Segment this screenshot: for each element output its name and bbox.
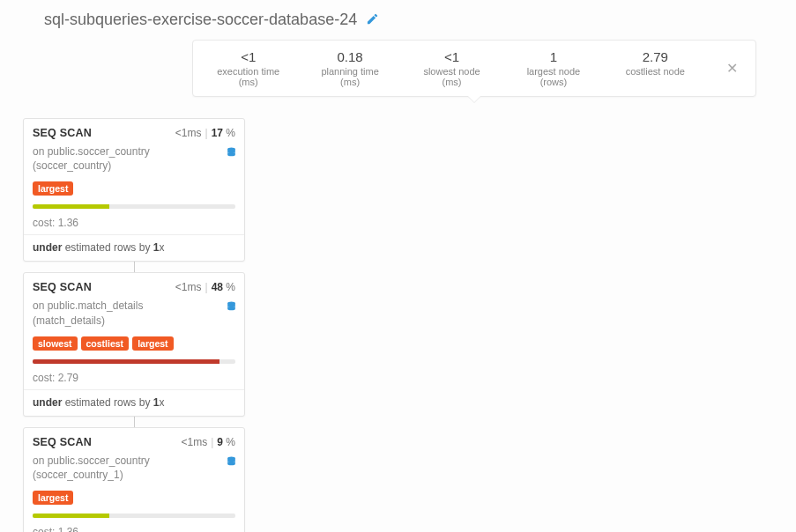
node-relation: on public.match_details (match_details) <box>33 299 218 327</box>
stats-bar: <1 execution time (ms) 0.18 planning tim… <box>192 40 756 97</box>
database-icon <box>226 300 237 315</box>
node-time: <1ms|17 % <box>175 127 235 139</box>
node-connector <box>134 417 135 427</box>
estimate-row: under estimated rows by 1x <box>24 390 244 416</box>
cost-row: cost: 1.36 <box>24 214 244 235</box>
plan-node-card[interactable]: SEQ SCAN<1ms|9 %on public.soccer_country… <box>23 427 245 532</box>
node-relation: on public.soccer_country (soccer_country… <box>33 454 218 482</box>
stat-exec-time[interactable]: <1 execution time (ms) <box>211 49 286 87</box>
node-body: on public.soccer_country (soccer_country… <box>24 452 244 489</box>
node-tags: slowestcostliestlargest <box>24 335 244 358</box>
stat-costliest-node[interactable]: 2.79 costliest node <box>618 49 693 77</box>
database-icon <box>226 146 237 161</box>
cost-row: cost: 2.79 <box>24 369 244 390</box>
tag-largest: largest <box>33 181 73 196</box>
cost-bar <box>33 359 235 364</box>
node-connector <box>134 262 135 272</box>
node-title: SEQ SCAN <box>33 436 92 448</box>
node-head: SEQ SCAN<1ms|17 % <box>24 119 244 143</box>
plan-node-card[interactable]: SEQ SCAN<1ms|17 %on public.soccer_countr… <box>23 118 245 262</box>
node-list: SEQ SCAN<1ms|17 %on public.soccer_countr… <box>0 102 796 532</box>
node-head: SEQ SCAN<1ms|9 % <box>24 428 244 452</box>
cost-row: cost: 1.36 <box>24 523 244 532</box>
close-icon[interactable]: ✕ <box>719 60 738 77</box>
database-icon <box>226 455 237 470</box>
tag-costliest: costliest <box>81 336 130 351</box>
stat-plan-time[interactable]: 0.18 planning time (ms) <box>312 49 387 87</box>
cost-bar-fill <box>33 514 109 518</box>
stat-slowest-node[interactable]: <1 slowest node (ms) <box>414 49 489 87</box>
node-tags: largest <box>24 180 244 203</box>
node-title: SEQ SCAN <box>33 127 92 139</box>
node-head: SEQ SCAN<1ms|48 % <box>24 273 244 297</box>
edit-icon[interactable] <box>366 12 379 28</box>
plan-node-card[interactable]: SEQ SCAN<1ms|48 %on public.match_details… <box>23 272 245 416</box>
cost-bar-fill <box>33 204 109 209</box>
node-time: <1ms|9 % <box>181 436 235 448</box>
header: sql-subqueries-exercise-soccer-database-… <box>0 0 796 102</box>
tag-slowest: slowest <box>33 336 78 351</box>
node-time: <1ms|48 % <box>175 281 235 293</box>
title-row: sql-subqueries-exercise-soccer-database-… <box>44 11 778 29</box>
page-title: sql-subqueries-exercise-soccer-database-… <box>44 11 357 29</box>
tag-largest: largest <box>33 491 73 505</box>
node-body: on public.match_details (match_details) <box>24 297 244 334</box>
stat-largest-node[interactable]: 1 largest node (rows) <box>516 49 591 87</box>
estimate-row: under estimated rows by 1x <box>24 235 244 261</box>
cost-bar-fill <box>33 359 219 364</box>
node-body: on public.soccer_country (soccer_country… <box>24 143 244 180</box>
cost-bar <box>33 204 235 209</box>
node-title: SEQ SCAN <box>33 281 92 293</box>
node-relation: on public.soccer_country (soccer_country… <box>33 144 218 173</box>
cost-bar <box>33 514 235 518</box>
node-tags: largest <box>24 489 244 512</box>
tag-largest: largest <box>132 336 173 351</box>
